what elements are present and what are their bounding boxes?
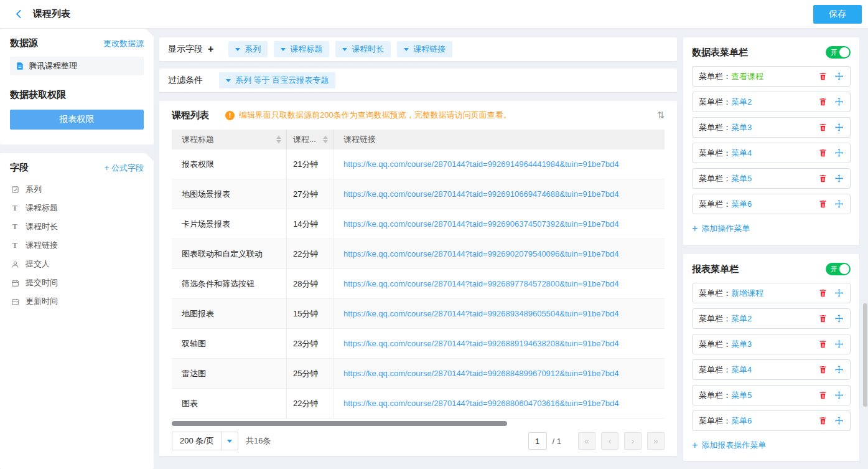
- chip-label: 课程标题: [290, 44, 322, 55]
- menu-item[interactable]: 菜单栏： 菜单4: [692, 143, 851, 163]
- delete-menu-button[interactable]: [818, 148, 828, 158]
- delete-menu-button[interactable]: [818, 391, 828, 400]
- menu-item[interactable]: 菜单栏： 查看课程: [692, 66, 851, 87]
- document-icon: [16, 62, 24, 70]
- menu-item-prefix: 菜单栏：: [699, 97, 731, 108]
- datasource-item[interactable]: 腾讯课程整理: [10, 57, 144, 75]
- field-item-course-duration[interactable]: T 课程时长: [10, 217, 144, 236]
- course-link[interactable]: https://ke.qq.com/course/2870144?taid=99…: [343, 189, 618, 199]
- table-menu-toggle[interactable]: 开: [826, 46, 851, 59]
- add-menu-label: 添加操作菜单: [701, 223, 750, 234]
- display-fields-label: 显示字段: [168, 44, 203, 55]
- menu-item[interactable]: 菜单栏： 菜单5: [692, 385, 851, 405]
- fields-section-title: 字段: [10, 162, 29, 174]
- delete-menu-button[interactable]: [818, 365, 828, 374]
- delete-menu-button[interactable]: [818, 72, 828, 81]
- delete-menu-button[interactable]: [818, 314, 828, 323]
- menu-item[interactable]: 菜单栏： 菜单3: [692, 117, 851, 138]
- move-menu-handle[interactable]: [834, 314, 844, 323]
- horizontal-scrollbar-thumb[interactable]: [172, 421, 507, 426]
- vertical-scrollbar-thumb[interactable]: [863, 303, 867, 407]
- filter-condition-chip[interactable]: 系列 等于 百宝云报表专题: [219, 72, 335, 88]
- add-display-field-button[interactable]: +: [208, 44, 213, 55]
- move-menu-handle[interactable]: [834, 148, 844, 158]
- field-item-course-link[interactable]: T 课程链接: [10, 236, 144, 255]
- trash-icon: [818, 339, 828, 349]
- cell-course-duration: 15分钟: [287, 299, 334, 328]
- field-item-submitter[interactable]: 提交人: [10, 255, 144, 273]
- menu-item[interactable]: 菜单栏： 菜单6: [692, 194, 851, 214]
- menu-item[interactable]: 菜单栏： 新增课程: [692, 283, 851, 303]
- menu-item[interactable]: 菜单栏： 菜单2: [692, 92, 851, 112]
- course-link[interactable]: https://ke.qq.com/course/2870144?taid=99…: [343, 249, 618, 258]
- calendar-icon: [10, 279, 20, 287]
- column-header-course-title[interactable]: 课程标题: [172, 130, 287, 149]
- change-datasource-link[interactable]: 更改数据源: [103, 38, 144, 49]
- field-item-series[interactable]: 系列: [10, 180, 144, 199]
- sort-order-icon[interactable]: ⇅: [656, 110, 665, 121]
- chip-label: 课程链接: [413, 44, 446, 55]
- course-link[interactable]: https://ke.qq.com/course/2870144?taid=99…: [343, 399, 618, 408]
- delete-menu-button[interactable]: [818, 123, 828, 132]
- table-row: 地图报表 15分钟 https://ke.qq.com/course/28701…: [172, 299, 665, 329]
- menu-item[interactable]: 菜单栏： 菜单2: [692, 308, 851, 329]
- add-report-menu-button[interactable]: + 添加报表操作菜单: [692, 440, 766, 451]
- display-field-chip[interactable]: 课程时长: [335, 41, 391, 57]
- move-menu-handle[interactable]: [834, 416, 844, 425]
- course-link[interactable]: https://ke.qq.com/course/2870144?taid=99…: [343, 339, 618, 348]
- delete-menu-button[interactable]: [818, 288, 828, 298]
- report-menu-toggle[interactable]: 开: [826, 263, 851, 275]
- move-menu-handle[interactable]: [834, 97, 844, 107]
- add-menu-button[interactable]: + 添加操作菜单: [692, 223, 750, 234]
- delete-menu-button[interactable]: [818, 199, 828, 209]
- trash-icon: [818, 123, 828, 132]
- menu-item[interactable]: 菜单栏： 菜单4: [692, 359, 851, 380]
- display-fields-bar: 显示字段 + 系列 课程标题 课程时长 课程链接: [159, 37, 677, 61]
- course-link[interactable]: https://ke.qq.com/course/2870144?taid=99…: [343, 309, 618, 318]
- formula-field-link[interactable]: + 公式字段: [105, 163, 144, 174]
- course-link[interactable]: https://ke.qq.com/course/2870144?taid=99…: [343, 159, 618, 169]
- move-menu-handle[interactable]: [834, 339, 844, 349]
- course-link[interactable]: https://ke.qq.com/course/2870144?taid=99…: [343, 219, 618, 229]
- field-item-course-title[interactable]: T 课程标题: [10, 199, 144, 217]
- display-field-chip[interactable]: 系列: [228, 41, 268, 57]
- last-page-button[interactable]: »: [647, 432, 665, 450]
- move-menu-handle[interactable]: [834, 365, 844, 374]
- delete-menu-button[interactable]: [818, 339, 828, 349]
- menu-item-name: 新增课程: [731, 288, 763, 299]
- display-field-chip[interactable]: 课程链接: [397, 41, 452, 57]
- page-size-select[interactable]: 200 条/页: [172, 432, 238, 450]
- move-menu-handle[interactable]: [834, 174, 844, 183]
- cell-course-title: 雷达图: [172, 359, 287, 388]
- delete-menu-button[interactable]: [818, 416, 828, 425]
- field-item-update-time[interactable]: 更新时间: [10, 292, 144, 311]
- back-button[interactable]: [11, 6, 27, 22]
- next-page-button[interactable]: ›: [624, 432, 642, 450]
- move-menu-handle[interactable]: [834, 199, 844, 209]
- course-link[interactable]: https://ke.qq.com/course/2870144?taid=99…: [343, 369, 618, 378]
- move-menu-handle[interactable]: [834, 123, 844, 132]
- menu-item[interactable]: 菜单栏： 菜单3: [692, 334, 851, 354]
- move-icon: [834, 314, 844, 323]
- column-header-course-duration[interactable]: 课程...: [287, 130, 334, 149]
- delete-menu-button[interactable]: [818, 174, 828, 183]
- permission-section-title: 数据获取权限: [10, 89, 144, 101]
- menu-item[interactable]: 菜单栏： 菜单5: [692, 168, 851, 189]
- save-button[interactable]: 保存: [813, 5, 862, 24]
- prev-page-button[interactable]: ‹: [601, 432, 618, 450]
- first-page-button[interactable]: «: [578, 432, 595, 450]
- move-menu-handle[interactable]: [834, 391, 844, 400]
- move-menu-handle[interactable]: [834, 288, 844, 298]
- menu-item[interactable]: 菜单栏： 菜单6: [692, 410, 851, 431]
- display-field-chip[interactable]: 课程标题: [274, 41, 329, 57]
- report-permission-button[interactable]: 报表权限: [10, 110, 144, 130]
- move-menu-handle[interactable]: [834, 72, 844, 81]
- delete-menu-button[interactable]: [818, 97, 828, 107]
- menu-item-prefix: 菜单栏：: [699, 390, 731, 401]
- field-item-submit-time[interactable]: 提交时间: [10, 273, 144, 292]
- course-link[interactable]: https://ke.qq.com/course/2870144?taid=99…: [343, 279, 618, 288]
- page-input[interactable]: [528, 432, 547, 450]
- column-label: 课程...: [293, 134, 316, 145]
- move-icon: [834, 365, 844, 374]
- caret-down-icon: [281, 48, 286, 51]
